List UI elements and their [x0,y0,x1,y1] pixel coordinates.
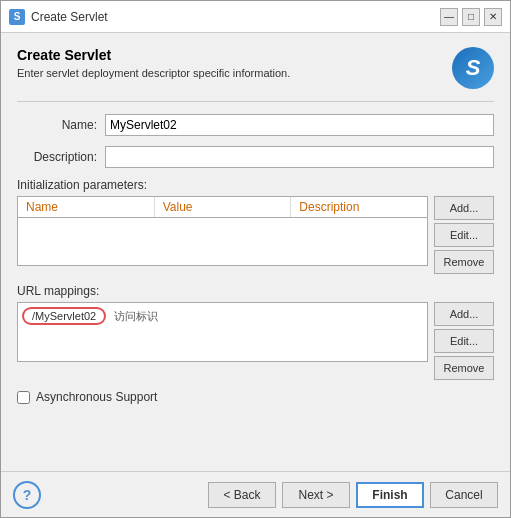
page-title: Create Servlet [17,47,290,63]
maximize-button[interactable]: □ [462,8,480,26]
minimize-button[interactable]: — [440,8,458,26]
dialog-title: Create Servlet [31,10,108,24]
title-bar-left: S Create Servlet [9,9,108,25]
back-button[interactable]: < Back [208,482,276,508]
init-params-buttons: Add... Edit... Remove [434,196,494,274]
async-checkbox[interactable] [17,391,30,404]
url-item: /MyServlet02 访问标识 [22,307,423,325]
url-mappings-section: URL mappings: /MyServlet02 访问标识 Add... E… [17,284,494,380]
spring-logo: S [452,47,494,89]
url-buttons: Add... Edit... Remove [434,302,494,380]
url-remove-button[interactable]: Remove [434,356,494,380]
footer: ? < Back Next > Finish Cancel [1,471,510,517]
col-name: Name [18,197,155,217]
url-section: /MyServlet02 访问标识 Add... Edit... Remove [17,302,494,380]
async-support-row: Asynchronous Support [17,390,494,404]
init-add-button[interactable]: Add... [434,196,494,220]
url-annotation: 访问标识 [114,309,158,324]
init-params-section: Initialization parameters: Name Value De… [17,178,494,274]
create-servlet-dialog: S Create Servlet — □ ✕ Create Servlet En… [0,0,511,518]
col-value: Value [155,197,292,217]
url-add-button[interactable]: Add... [434,302,494,326]
close-button[interactable]: ✕ [484,8,502,26]
page-description: Enter servlet deployment descriptor spec… [17,67,290,79]
finish-button[interactable]: Finish [356,482,424,508]
url-edit-button[interactable]: Edit... [434,329,494,353]
next-button[interactable]: Next > [282,482,350,508]
name-input[interactable] [105,114,494,136]
url-entry: /MyServlet02 [22,307,106,325]
header-divider [17,101,494,102]
init-edit-button[interactable]: Edit... [434,223,494,247]
table-body [18,218,427,263]
description-label: Description: [17,150,97,164]
window-controls: — □ ✕ [440,8,502,26]
cancel-button[interactable]: Cancel [430,482,498,508]
help-button[interactable]: ? [13,481,41,509]
table-header: Name Value Description [18,197,427,218]
header-text: Create Servlet Enter servlet deployment … [17,47,290,79]
dialog-icon: S [9,9,25,25]
async-label: Asynchronous Support [36,390,157,404]
name-label: Name: [17,118,97,132]
footer-buttons: < Back Next > Finish Cancel [208,482,498,508]
url-mappings-label: URL mappings: [17,284,494,298]
title-bar: S Create Servlet — □ ✕ [1,1,510,33]
init-params-table: Name Value Description [17,196,428,266]
init-params-table-section: Name Value Description Add... Edit... Re… [17,196,494,274]
dialog-content: Create Servlet Enter servlet deployment … [1,33,510,471]
init-params-label: Initialization parameters: [17,178,494,192]
col-description: Description [291,197,427,217]
header-section: Create Servlet Enter servlet deployment … [17,47,494,89]
name-row: Name: [17,114,494,136]
init-remove-button[interactable]: Remove [434,250,494,274]
url-list: /MyServlet02 访问标识 [17,302,428,362]
description-row: Description: [17,146,494,168]
description-input[interactable] [105,146,494,168]
